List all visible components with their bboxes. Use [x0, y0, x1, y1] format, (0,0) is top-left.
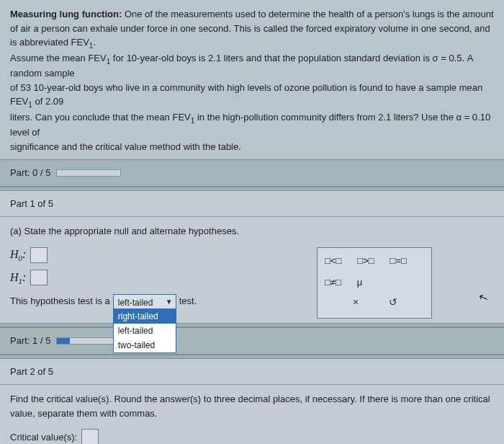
symbol-not-equal[interactable]: □≠□	[322, 274, 344, 291]
symbol-palette: □<□ □>□ □=□ □≠□ μ × ↺	[317, 247, 432, 319]
part-progress-1: Part: 1 / 5	[0, 327, 504, 355]
progress-bar	[56, 169, 121, 177]
tail-sentence-post: test.	[179, 294, 197, 308]
h1-label: H1:	[10, 269, 26, 288]
symbol-mu[interactable]: μ	[354, 274, 366, 291]
part-progress-label: Part: 0 / 5	[10, 166, 50, 180]
critical-value-label: Critical value(s):	[10, 430, 77, 445]
h1-input[interactable]	[30, 270, 48, 285]
clear-icon[interactable]: ×	[348, 295, 364, 309]
problem-statement: Measuring lung function: One of the meas…	[0, 0, 504, 159]
part-2-header: Part 2 of 5	[0, 359, 504, 386]
symbol-equal[interactable]: □=□	[387, 252, 410, 270]
critical-value-input[interactable]	[81, 429, 99, 444]
h0-input[interactable]	[30, 247, 48, 263]
part-progress-label: Part: 1 / 5	[10, 334, 50, 348]
symbol-greater-than[interactable]: □>□	[354, 252, 377, 270]
h0-label: H0:	[10, 246, 26, 265]
tail-option-right[interactable]: right-tailed	[114, 309, 176, 324]
tail-option-two[interactable]: two-tailed	[114, 338, 176, 352]
part2-prompt: Find the critical value(s). Round the an…	[10, 392, 494, 420]
part-1-body: (a) State the appropriate null and alter…	[0, 217, 504, 323]
tail-sentence-pre: This hypothesis test is a	[10, 294, 110, 308]
part1-prompt: (a) State the appropriate null and alter…	[10, 224, 494, 239]
reset-icon[interactable]: ↺	[385, 295, 401, 309]
part-1-header: Part 1 of 5	[0, 191, 504, 218]
tail-select-dropdown: right-tailed left-tailed two-tailed	[113, 308, 176, 353]
problem-title: Measuring lung function:	[10, 9, 122, 19]
tail-option-left[interactable]: left-tailed	[114, 324, 176, 338]
part-2-body: Find the critical value(s). Round the an…	[0, 385, 504, 444]
part-progress-0: Part: 0 / 5	[0, 159, 504, 187]
symbol-less-than[interactable]: □<□	[322, 252, 344, 270]
progress-bar	[56, 337, 121, 345]
